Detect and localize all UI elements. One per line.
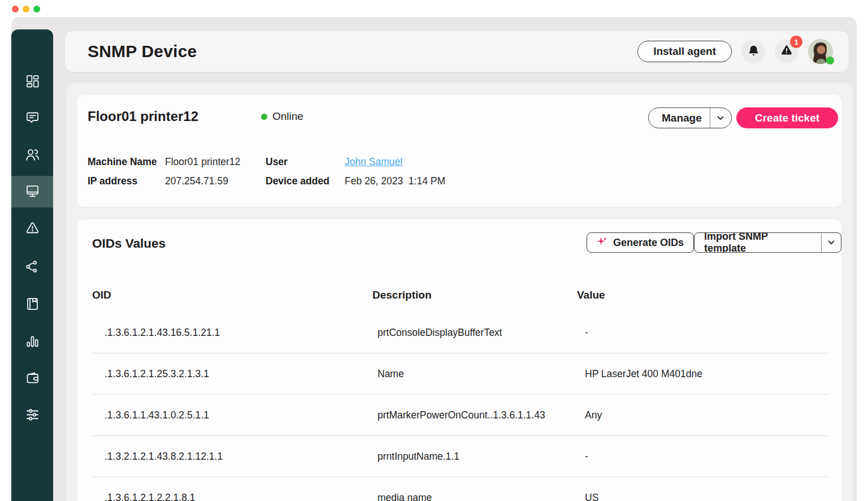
notebook-icon [25, 296, 40, 314]
bell-icon [747, 44, 760, 59]
device-added-label: Device added [266, 175, 345, 187]
user-avatar[interactable] [808, 39, 833, 64]
description-cell: prntInputName.1.1 [372, 451, 577, 463]
value-cell: HP LaserJet 400 M401dne [577, 368, 829, 380]
oid-cell: .1.3.6.1.2.1.2.2.1.8.1 [92, 492, 372, 501]
user-link[interactable]: John Samuel [345, 156, 402, 168]
sidebar-item-network[interactable] [11, 252, 53, 283]
sidebar-item-messages[interactable] [11, 103, 53, 135]
online-presence-dot [826, 57, 834, 64]
sliders-icon [25, 407, 40, 425]
value-cell: - [577, 327, 829, 339]
description-cell: prtMarkerPowerOnCount..1.3.6.1.1.43 [372, 409, 577, 421]
users-icon [25, 147, 40, 165]
page-header: SNMP Device Install agent [65, 31, 849, 72]
description-cell: media name [372, 492, 577, 501]
user-label: User [266, 156, 345, 168]
chevron-down-icon[interactable] [710, 108, 731, 128]
notifications-button[interactable] [741, 40, 765, 63]
oid-cell: .1.3.6.1.2.1.25.3.2.1.3.1 [92, 368, 372, 380]
monitor-icon [25, 183, 40, 201]
table-row: .1.3.6.1.2.1.43.16.5.1.21.1 prtConsoleDi… [92, 312, 829, 353]
oid-cell: .1.3.6.1.2.1.43.16.5.1.21.1 [92, 327, 372, 339]
sidebar-item-dashboard[interactable] [11, 66, 53, 98]
sidebar [11, 29, 53, 501]
machine-name-label: Machine Name [88, 156, 165, 168]
main-panel: Floor01 printer12 Online Manage Create t… [66, 83, 853, 501]
oids-values-card: OIDs Values Generate OIDs Import SNMP te… [77, 219, 841, 501]
status-label: Online [272, 110, 303, 123]
generate-oids-label: Generate OIDs [613, 237, 684, 249]
oid-table: OID Description Value .1.3.6.1.2.1.43.16… [92, 278, 829, 501]
oid-table-header: OID Description Value [92, 278, 829, 312]
wallet-icon [25, 370, 40, 388]
description-cell: prtConsoleDisplayBufferText [372, 327, 577, 339]
dashboard-icon [25, 74, 40, 91]
description-cell: Name [372, 368, 577, 380]
status-dot-icon [261, 114, 267, 120]
ip-address-value: 207.254.71.59 [165, 175, 266, 187]
device-info-card: Floor01 printer12 Online Manage Create t… [77, 95, 841, 207]
device-name: Floor01 printer12 [88, 109, 198, 124]
window-zoom-button[interactable] [33, 6, 40, 12]
window-close-button[interactable] [12, 6, 19, 12]
ip-address-label: IP address [88, 175, 165, 187]
value-cell: - [577, 451, 829, 463]
chat-icon [25, 110, 40, 128]
device-added-value: Feb 26, 2023 1:14 PM [345, 175, 445, 187]
column-header-value: Value [577, 289, 829, 301]
window-controls [12, 6, 40, 12]
sparkle-icon [597, 236, 607, 249]
oid-cell: .1.3.2.1.2.1.43.8.2.1.12.1.1 [92, 451, 372, 463]
table-row: .1.3.6.1.1.43.1.0.2.5.1.1 prtMarkerPower… [92, 395, 829, 436]
table-row: .1.3.6.1.2.1.2.2.1.8.1 media name US [92, 477, 829, 501]
sidebar-item-billing[interactable] [11, 363, 53, 395]
alerts-button[interactable]: 1 [775, 40, 798, 63]
sidebar-item-reports[interactable] [11, 326, 53, 358]
bar-chart-icon [25, 334, 40, 351]
value-cell: US [577, 492, 829, 501]
table-row: .1.3.2.1.2.1.43.8.2.1.12.1.1 prntInputNa… [92, 436, 829, 477]
page-title: SNMP Device [88, 42, 197, 61]
column-header-description: Description [372, 289, 577, 301]
network-share-icon [25, 259, 40, 277]
generate-oids-button[interactable]: Generate OIDs [587, 232, 694, 253]
install-agent-button[interactable]: Install agent [637, 41, 732, 62]
header-actions: Install agent 1 [637, 39, 833, 64]
window-minimize-button[interactable] [23, 6, 29, 12]
manage-label: Manage [649, 108, 710, 128]
sidebar-item-settings[interactable] [11, 400, 53, 431]
column-header-oid: OID [92, 289, 372, 301]
oid-cell: .1.3.6.1.1.43.1.0.2.5.1.1 [92, 409, 372, 421]
warning-triangle-icon [25, 221, 40, 238]
app-surface: SNMP Device Install agent [11, 17, 857, 501]
value-cell: Any [577, 409, 829, 421]
alert-badge: 1 [790, 36, 802, 48]
sidebar-item-knowledge-base[interactable] [11, 289, 53, 321]
device-status: Online [261, 110, 303, 123]
machine-name-value: Floor01 printer12 [165, 156, 266, 168]
manage-button[interactable]: Manage [648, 107, 732, 128]
table-row: .1.3.6.1.2.1.25.3.2.1.3.1 Name HP LaserJ… [92, 353, 829, 395]
device-fields: Machine Name Floor01 printer12 User John… [88, 152, 445, 191]
import-snmp-label: Import SNMP template [695, 233, 821, 252]
import-snmp-template-button[interactable]: Import SNMP template [694, 232, 841, 253]
chevron-down-icon[interactable] [822, 233, 841, 252]
sidebar-item-alerts[interactable] [11, 213, 53, 245]
sidebar-item-users[interactable] [11, 140, 53, 171]
sidebar-item-devices[interactable] [11, 176, 53, 208]
create-ticket-button[interactable]: Create ticket [736, 107, 838, 128]
oids-title: OIDs Values [92, 236, 166, 251]
